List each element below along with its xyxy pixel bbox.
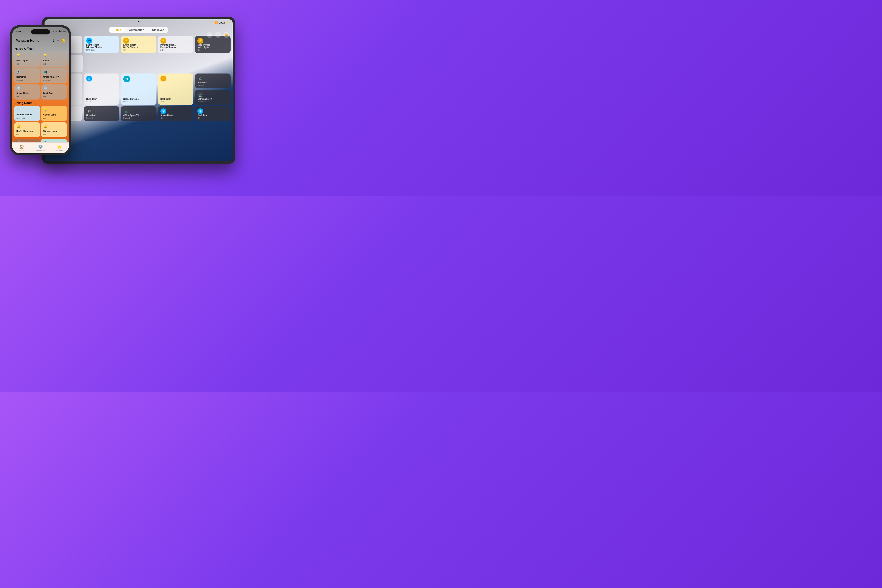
- p-appletv-icon: 📺: [43, 70, 64, 74]
- p-dads-chair-title: Dad's Chair Lamp: [16, 130, 38, 132]
- dads-chair-status: On: [123, 49, 154, 51]
- desk-light-status: 35%: [160, 100, 191, 103]
- phone-screen: 4:57 ●●● WiFi 100 Pangaro Home 🎙 + 😊 Nat…: [12, 27, 69, 153]
- living-room-section: Living Room ›: [14, 101, 67, 105]
- user-icon[interactable]: 😊: [224, 32, 230, 38]
- nates-office-section: Nate's Office ›: [14, 47, 67, 50]
- living-homepod-title: HomePod: [86, 114, 117, 117]
- p-appletv-status: Paused: [43, 80, 64, 81]
- nathaniels-tv-status: No Response: [197, 100, 228, 103]
- tab-automation[interactable]: Automation: [125, 27, 148, 33]
- tablet-row4: 💡 Lamp Off 🔊 HomePod Paused: [46, 106, 231, 121]
- office-appletv-card[interactable]: 📺 Office Apple TV Paused: [121, 106, 156, 121]
- p-lamp-status: Off: [43, 63, 64, 65]
- p-space-heater-card[interactable]: ❄️ Space Heater Off: [14, 84, 40, 99]
- add-icon[interactable]: +: [215, 32, 221, 38]
- p-space-heater-status: Off: [16, 96, 38, 98]
- chevron-icon: ›: [33, 48, 34, 50]
- p-appletv-card[interactable]: 📺 Office Apple TV Paused: [41, 68, 67, 83]
- spacer1: [85, 55, 231, 72]
- desk-light-title: Desk Light: [160, 98, 191, 100]
- p-main-lights-status: Off: [16, 63, 38, 65]
- tab-discover[interactable]: ⭐ Discover: [50, 142, 69, 153]
- discover-tab-icon: ⭐: [57, 144, 62, 149]
- dads-chair-title: Living RoomDad's Chair La...: [123, 44, 154, 49]
- desk-fan-title: Desk Fan: [197, 114, 228, 117]
- tablet-nav-tabs: Home Automation Discover: [109, 27, 168, 33]
- parents-lamps-title: Parents' Bedr...Parents' Lamps: [160, 44, 191, 49]
- window-shades-status: 50% Open: [86, 49, 117, 51]
- appletv-title: Office Apple TV: [123, 114, 154, 117]
- tablet-row1: 🔒 Front DoorLock Locked 〰 Living RoomWin…: [46, 36, 231, 53]
- tablet-content: 🔒 Front DoorLock Locked 〰 Living RoomWin…: [46, 36, 231, 160]
- p-tv-icon: 📺: [43, 140, 64, 142]
- nates-lights-title: Nate's OfficeMain Lights: [197, 44, 228, 49]
- phone-home-title: Pangaro Home: [15, 39, 39, 43]
- dads-chair-lamp-card[interactable]: 💡 Living RoomDad's Chair La... On: [121, 36, 156, 53]
- p-appletv-title: Office Apple TV: [43, 76, 64, 78]
- space-heater-card[interactable]: ❄️ Space Heater Off: [158, 106, 194, 121]
- desk-fan-icon: ❄️: [197, 108, 203, 114]
- space-heater-icon: ❄️: [160, 108, 166, 114]
- phone-add-icon[interactable]: +: [57, 39, 59, 43]
- desk-fan-card[interactable]: ❄️ Desk Fan Off: [195, 106, 231, 121]
- p-lamp-icon: 💡: [43, 53, 64, 57]
- tab-automation[interactable]: ⚙️ Automation: [31, 142, 50, 153]
- home-tab-label: Home: [20, 150, 24, 152]
- living-room-grid: 〰 Window Shades 50% Open 💡 Corner Lamp O…: [14, 106, 67, 142]
- p-homepod-icon: 🔊: [16, 70, 38, 74]
- p-window-lamp-card[interactable]: 🔔 Window Lamp On: [41, 122, 67, 137]
- window-shades-title: Living RoomWindow Shades: [86, 44, 117, 49]
- nates-curtains-card[interactable]: TT Nate's Curtains Open: [121, 74, 156, 105]
- desk-light-card[interactable]: ☀️ Desk Light 35%: [158, 74, 194, 105]
- p-window-lamp-icon: 🔔: [43, 124, 64, 128]
- p-space-heater-icon: ❄️: [16, 86, 38, 90]
- battery-label: 100%: [219, 21, 225, 24]
- p-tv-card[interactable]: 📺 TV Live TV: [41, 139, 67, 142]
- p-dads-chair-card[interactable]: 🔔 Dad's Chair Lamp On: [14, 122, 40, 137]
- p-desk-fan-card[interactable]: ❄️ Desk Fan Off: [41, 84, 67, 99]
- phone-user-icon[interactable]: 😊: [62, 39, 66, 43]
- nates-office-lights-card[interactable]: 💡 Nate's OfficeMain Lights Off: [195, 36, 231, 53]
- window-shades-card[interactable]: 〰 Living RoomWindow Shades 50% Open: [84, 36, 120, 53]
- tablet-row3: 💡 Bed Lamps Off 💧 Humidifier All Off: [46, 74, 231, 105]
- wifi-phone-icon: WiFi: [57, 30, 62, 32]
- curtains-icon: TT: [123, 76, 130, 82]
- siri-icon[interactable]: 🎙: [207, 32, 213, 38]
- space-heater-status: Off: [160, 117, 191, 119]
- shades-icon: 〰: [86, 38, 92, 44]
- p-corner-lamp-card[interactable]: 💡 Corner Lamp On: [41, 106, 67, 121]
- homepod-card[interactable]: 🔊 HomePod Paused: [195, 74, 231, 88]
- curtains-status: Open: [123, 100, 154, 103]
- p-space-heater-title: Space Heater: [16, 92, 38, 95]
- homepod-icon: 🔊: [197, 76, 203, 81]
- p-lamp-card[interactable]: 💡 Lamp Off: [41, 52, 67, 67]
- appletv-icon: 📺: [123, 108, 129, 114]
- p-window-shades-icon: 〰: [16, 108, 38, 111]
- p-homepod-card[interactable]: 🔊 HomePod Paused: [14, 68, 40, 83]
- living-homepod-card[interactable]: 🔊 HomePod Paused: [84, 106, 120, 121]
- p-homepod-title: HomePod: [16, 76, 38, 78]
- desk-light-icon: ☀️: [160, 76, 166, 81]
- parents-lamps-card[interactable]: 💡 Parents' Bedr...Parents' Lamps 2 Off: [158, 36, 194, 53]
- tab-discover[interactable]: Discover: [148, 27, 168, 33]
- tab-home[interactable]: Home: [110, 27, 125, 33]
- nathaniels-tv-card[interactable]: 📺 Nathaniel's TV No Response: [195, 90, 231, 105]
- automation-tab-icon: ⚙️: [38, 144, 43, 149]
- p-living-homepod-card[interactable]: 🔊 HomePod Paused: [14, 139, 40, 142]
- tablet-nav: ▦ Home Automation Discover 🎙 + 😊: [45, 25, 232, 34]
- tab-home[interactable]: 🏠 Home: [12, 142, 31, 153]
- p-window-shades-status: 50% Open: [16, 117, 38, 119]
- nates-office-grid: 💡 Main Lights Off 💡 Lamp Off 🔊 HomePod P…: [14, 52, 67, 99]
- humidifier-card[interactable]: 💧 Humidifier All Off: [84, 74, 120, 105]
- phone-siri-icon[interactable]: 🎙: [52, 39, 55, 43]
- nathaniels-tv-title: Nathaniel's TV: [197, 98, 228, 100]
- tablet-row2: 💡 Nate's RoomMain Lights Off: [46, 55, 231, 72]
- p-window-shades-card[interactable]: 〰 Window Shades 50% Open: [14, 106, 40, 121]
- p-main-lights-card[interactable]: 💡 Main Lights Off: [14, 52, 40, 67]
- parents-lamps-icon: 💡: [160, 38, 166, 44]
- tablet: 📶 100% ⚡ ▦ Home Automation Discover 🎙 + …: [42, 17, 235, 164]
- desk-fan-status: Off: [197, 117, 228, 119]
- chevron2-icon: ›: [33, 102, 34, 105]
- p-living-homepod-icon: 🔊: [16, 140, 38, 142]
